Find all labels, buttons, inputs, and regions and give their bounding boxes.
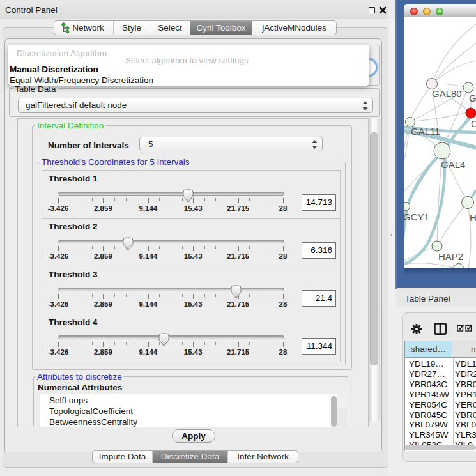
svg-text:G.: G. [469,93,476,104]
svg-text:HAP2: HAP2 [438,251,463,262]
svg-text:GAL11: GAL11 [411,126,440,137]
svg-text:GAL80: GAL80 [432,88,462,99]
svg-text:H: H [470,212,476,223]
svg-text:GCY1: GCY1 [404,211,429,222]
svg-text:GAL4: GAL4 [441,159,465,170]
svg-text:C: C [471,118,476,129]
